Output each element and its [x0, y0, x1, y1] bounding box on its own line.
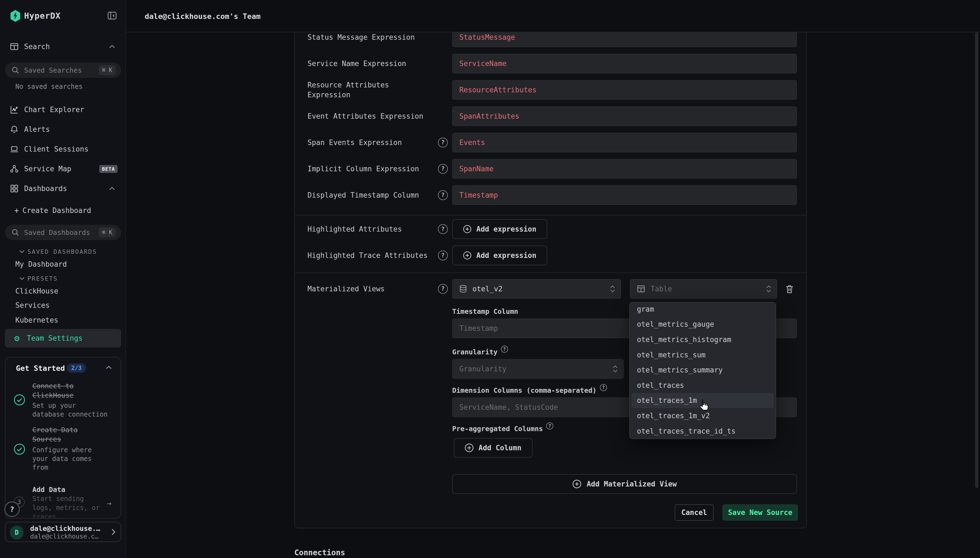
status-message-expression-input[interactable]: StatusMessage: [452, 32, 797, 47]
connections-section-title: Connections: [294, 548, 345, 557]
form-row: Displayed Timestamp Column ? Timestamp: [295, 185, 806, 205]
plus-circle-icon: [572, 479, 581, 488]
saved-dashboards-section-header[interactable]: SAVED DASHBOARDS: [0, 247, 126, 256]
mouse-cursor: [697, 398, 710, 412]
sidebar-item-service-map[interactable]: Service Map BETA: [0, 161, 126, 177]
hyperdx-logo-icon: [9, 9, 22, 23]
sidebar-item-team-settings[interactable]: ⚙ Team Settings: [5, 329, 121, 348]
check-circle-icon: [14, 443, 25, 455]
button-label: Add Column: [479, 444, 521, 452]
help-icon[interactable]: ?: [438, 190, 448, 200]
field-label: Resource Attributes Expression: [308, 80, 431, 100]
granularity-label: Granularity ?: [452, 345, 508, 358]
field-label: Service Name Expression: [308, 54, 431, 74]
form-row: Status Message Expression StatusMessage: [295, 32, 806, 47]
implicit-column-expression-input[interactable]: SpanName: [452, 159, 797, 179]
help-icon[interactable]: ?: [546, 422, 553, 430]
help-icon[interactable]: ?: [600, 384, 607, 391]
chevron-up-icon[interactable]: [109, 45, 115, 49]
dropdown-option[interactable]: otel_metrics_gauge: [630, 317, 775, 332]
sidebar-collapse-icon[interactable]: [107, 11, 117, 20]
field-label: Displayed Timestamp Column: [308, 185, 431, 205]
dropdown-option[interactable]: otel_metrics_sum: [630, 347, 775, 363]
sidebar-item-label: Service Map: [24, 165, 71, 173]
saved-searches-input[interactable]: Saved Searches ⌘ K: [5, 62, 121, 78]
user-menu[interactable]: D dale@clickhouse.… dale@clickhouse.c…: [5, 522, 121, 542]
plus-circle-icon: [465, 443, 474, 452]
granularity-select[interactable]: Granularity: [452, 359, 624, 379]
cancel-button[interactable]: Cancel: [675, 504, 714, 521]
timestamp-column-label: Timestamp Column: [452, 305, 518, 318]
add-expression-button[interactable]: Add expression: [452, 219, 547, 239]
dropdown-option[interactable]: otel_traces: [630, 377, 775, 393]
step-title[interactable]: Connect to ClickHouse: [32, 381, 115, 400]
sidebar-item-kubernetes[interactable]: Kubernetes: [15, 315, 58, 326]
sidebar-item-client-sessions[interactable]: Client Sessions: [0, 141, 126, 157]
field-label: Implicit Column Expression: [308, 159, 431, 179]
chevron-up-icon[interactable]: [106, 366, 112, 369]
laptop-icon: [10, 145, 19, 153]
button-label: Add Materialized View: [587, 480, 677, 488]
table-select[interactable]: Table: [630, 279, 777, 299]
help-icon[interactable]: ?: [438, 138, 448, 148]
sidebar-item-my-dashboard[interactable]: My Dashboard: [15, 259, 67, 270]
sidebar-item-services[interactable]: Services: [15, 300, 49, 311]
event-attributes-expression-input[interactable]: SpanAttributes: [452, 106, 797, 126]
resource-attributes-expression-input[interactable]: ResourceAttributes: [452, 80, 797, 100]
sidebar-item-search[interactable]: Search: [0, 39, 126, 54]
select-placeholder: Table: [651, 285, 672, 293]
dropdown-option[interactable]: otel_metrics_summary: [630, 362, 775, 377]
step-title[interactable]: Add Data: [32, 485, 115, 494]
select-chevrons-icon: [766, 284, 771, 293]
service-name-expression-input[interactable]: ServiceName: [452, 54, 797, 74]
select-chevrons-icon: [610, 284, 615, 293]
help-icon[interactable]: ?: [438, 224, 448, 234]
trash-icon[interactable]: [785, 284, 794, 294]
field-label: Materialized Views: [308, 279, 431, 299]
field-value: Events: [459, 138, 485, 147]
help-icon[interactable]: ?: [501, 346, 508, 353]
scrollbar[interactable]: [975, 32, 978, 488]
field-value: SpanName: [459, 165, 493, 173]
saved-dashboards-input[interactable]: Saved Dashboards ⌘ K: [5, 225, 121, 240]
dropdown-option[interactable]: gram: [630, 302, 775, 317]
help-button[interactable]: ?: [4, 502, 20, 517]
presets-section-header[interactable]: PRESETS: [0, 274, 126, 283]
arrow-right-icon[interactable]: →: [107, 499, 111, 508]
create-dashboard-button[interactable]: + Create Dashboard: [0, 203, 126, 218]
step-title[interactable]: Create Data Sources: [32, 425, 115, 444]
form-row: Implicit Column Expression ? SpanName: [295, 159, 806, 179]
dashboards-icon: [10, 184, 19, 193]
no-saved-searches-text: No saved searches: [15, 83, 83, 90]
chevron-up-icon[interactable]: [109, 187, 115, 190]
help-icon[interactable]: ?: [438, 284, 448, 294]
help-icon[interactable]: ?: [438, 164, 448, 174]
sidebar-item-dashboards[interactable]: Dashboards: [0, 181, 126, 196]
dropdown-option[interactable]: otel_traces_trace_id_ts: [630, 423, 775, 439]
sidebar-item-alerts[interactable]: Alerts: [0, 122, 126, 137]
shortcut-badge: ⌘ K: [99, 228, 116, 237]
button-label: Add expression: [476, 251, 536, 259]
select-value: otel_v2: [472, 285, 503, 293]
dropdown-option[interactable]: otel_metrics_histogram: [630, 332, 775, 347]
help-icon[interactable]: ?: [438, 251, 448, 260]
sidebar-item-clickhouse[interactable]: ClickHouse: [15, 286, 58, 297]
span-events-expression-input[interactable]: Events: [452, 133, 797, 153]
add-expression-button[interactable]: Add expression: [452, 246, 547, 265]
add-column-button[interactable]: Add Column: [454, 438, 533, 458]
chevron-right-icon: [111, 528, 116, 535]
user-email: dale@clickhouse.c…: [30, 533, 98, 540]
form-row: Event Attributes Expression SpanAttribut…: [295, 106, 806, 126]
table-icon: [637, 285, 645, 293]
add-materialized-view-button[interactable]: Add Materialized View: [452, 474, 797, 494]
displayed-timestamp-column-input[interactable]: Timestamp: [452, 185, 797, 205]
section-label: PRESETS: [28, 275, 58, 282]
save-new-source-button[interactable]: Save New Source: [723, 504, 798, 521]
field-value: StatusMessage: [459, 33, 515, 41]
search-icon: [11, 228, 19, 236]
bell-icon: [10, 125, 19, 134]
form-row: Highlighted Trace Attributes ? Add expre…: [295, 246, 806, 265]
main-content: Status Message Expression StatusMessage …: [126, 32, 980, 558]
materialized-view-select[interactable]: otel_v2: [452, 279, 621, 299]
sidebar-item-chart-explorer[interactable]: Chart Explorer: [0, 102, 126, 117]
